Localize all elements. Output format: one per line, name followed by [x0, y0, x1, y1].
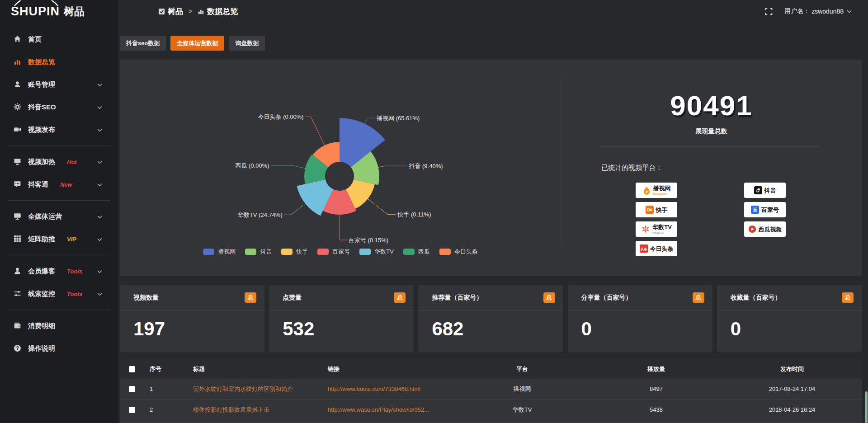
column-label: 平台 [516, 365, 528, 373]
svg-text:百: 百 [753, 207, 757, 212]
total-badge[interactable]: 总 [245, 292, 256, 303]
total-badge[interactable]: 总 [543, 292, 555, 303]
cell-platform: 华数TV [454, 400, 590, 420]
sidebar-item-label: 线索监控 [28, 290, 55, 298]
platforms-label: 已统计的视频平台： [601, 164, 662, 172]
sidebar-item-operation-guide[interactable]: ?操作说明 [0, 337, 118, 360]
sidebar-item-douyin-seo[interactable]: 抖音SEO [0, 96, 118, 118]
tab-2[interactable]: 询盘数据 [229, 36, 265, 51]
tab-0[interactable]: 抖音seo数据 [120, 36, 166, 51]
screen-play-icon [14, 158, 22, 166]
platform-subtext: wasu.cn [652, 231, 672, 234]
legend-label: 播视网 [218, 248, 236, 256]
sidebar-item-label: 抖音SEO [28, 103, 56, 112]
column-label: 播放量 [647, 365, 665, 373]
sidebar-item-data-overview[interactable]: 数据总览 [0, 51, 118, 73]
row-checkbox[interactable] [129, 407, 135, 413]
sidebar-item-matrix-boost[interactable]: 矩阵助推VIP [0, 228, 118, 250]
legend-item-3[interactable]: 百家号 [317, 248, 350, 256]
link-text[interactable]: http://www.boosj.com/7338468.html [328, 385, 420, 392]
platform-badge-text: 播视网boosj.com [653, 185, 671, 195]
platform-badges: 播视网boosj.com抖音快手百百家号华数TVwasu.cn西瓜视频头条今日头… [636, 183, 786, 256]
sidebar-item-consumption-detail[interactable]: 消费明细 [0, 315, 118, 337]
data-tabs: 抖音seo数据全媒体运营数据询盘数据 [120, 36, 265, 51]
select-all-checkbox[interactable] [129, 366, 135, 372]
total-impressions-value: 90491 [561, 89, 862, 122]
link-text[interactable]: http://www.wasu.cn/Play/show/id/952... [328, 406, 429, 413]
platform-badge-text: 西瓜视频 [759, 226, 782, 232]
logo-text: SHUPIN [11, 5, 60, 18]
total-badge[interactable]: 总 [842, 292, 854, 303]
chevron-down-icon [97, 103, 102, 111]
total-impressions-label: 展现量总数 [561, 127, 862, 136]
table-header-checkbox [120, 359, 144, 379]
stat-card-value: 682 [418, 311, 563, 340]
logo-arc-icon [12, 0, 61, 6]
tab-1[interactable]: 全媒体运营数据 [170, 36, 224, 51]
pie-label-6: 今日头条 (0.00%) [258, 113, 304, 120]
sidebar-item-omnimedia-operation[interactable]: 全媒体运营 [0, 205, 118, 228]
legend-label: 抖音 [260, 248, 272, 256]
xigua-logo-icon [748, 225, 756, 233]
table-row: 1室外水纹灯和室内水纹灯的区别和简介http://www.boosj.com/7… [120, 379, 862, 400]
sidebar-item-badge: Tools [67, 291, 82, 297]
stat-card-value: 532 [269, 311, 414, 340]
sidebar-item-video-publish[interactable]: 视频发布 [0, 118, 118, 141]
sidebar-item-member-baoke[interactable]: 会员爆客Tools [0, 260, 118, 282]
pie-label-line-6 [306, 117, 325, 146]
sidebar-divider [8, 200, 110, 201]
scrollbar-thumb[interactable] [865, 391, 868, 423]
table-row: 2楼体投影灯投影效果震撼上市http://www.wasu.cn/Play/sh… [120, 400, 862, 420]
legend-swatch [203, 249, 214, 255]
sidebar-item-label: 数据总览 [28, 58, 55, 66]
legend-swatch [403, 249, 415, 255]
table-header-title: 标题 [188, 359, 322, 379]
stat-card-header: 视频数量总 [120, 285, 264, 311]
gear-icon [14, 103, 22, 111]
cell-platform: 播视网 [454, 379, 590, 399]
legend-item-1[interactable]: 抖音 [245, 248, 272, 256]
sidebar-divider [8, 255, 110, 255]
sidebar-item-account-management[interactable]: 账号管理 [0, 73, 118, 96]
pie-label-1: 抖音 (9.40%) [408, 163, 443, 169]
platform-badge-boosj: 播视网boosj.com [636, 183, 677, 198]
sidebar-item-label: 视频加热 [28, 158, 55, 166]
sidebar-item-badge: VIP [67, 236, 76, 243]
stat-card-label: 点赞量 [283, 294, 302, 302]
title-text[interactable]: 室外水纹灯和室内水纹灯的区别和简介 [193, 385, 293, 393]
legend-swatch [359, 249, 371, 255]
platform-text: 华数TV [513, 406, 532, 414]
sidebar-item-label: 操作说明 [28, 344, 55, 353]
cell-title: 楼体投影灯投影效果震撼上市 [188, 400, 322, 420]
legend-item-4[interactable]: 华数TV [359, 248, 394, 256]
total-badge[interactable]: 总 [394, 292, 406, 303]
platform-badge-wasu: 华数TVwasu.cn [636, 221, 677, 237]
legend-item-5[interactable]: 西瓜 [403, 248, 430, 256]
main-content: 抖音seo数据全媒体运营数据询盘数据 播视网 (65.61%)抖音 (9.40%… [118, 0, 868, 423]
stat-card-label: 分享量（百家号） [581, 294, 632, 302]
sidebar-item-video-heating[interactable]: 视频加热Hot [0, 150, 118, 173]
legend-item-0[interactable]: 播视网 [203, 248, 236, 256]
title-text[interactable]: 楼体投影灯投影效果震撼上市 [193, 406, 269, 414]
stat-card-4: 收藏量（百家号）总0 [717, 285, 862, 352]
legend-swatch [317, 249, 329, 255]
sidebar-item-label: 矩阵助推 [28, 235, 55, 244]
pie-chart: 播视网 (65.61%)抖音 (9.40%)快手 (0.11%)百家号 (0.1… [120, 60, 561, 277]
sidebar-item-douketong[interactable]: 抖客通New [0, 173, 118, 196]
app-logo[interactable]: SHUPIN 树品 [0, 0, 118, 23]
sidebar-item-clue-monitor[interactable]: 线索监控Tools [0, 282, 118, 305]
sidebar-divider [8, 310, 110, 310]
row-checkbox[interactable] [129, 386, 135, 392]
pie-label-line-5 [271, 165, 305, 169]
sidebar-item-badge: New [60, 181, 72, 188]
sidebar-item-label: 视频发布 [28, 126, 55, 134]
stat-card-2: 推荐量（百家号）总682 [418, 285, 563, 352]
sidebar-item-badge: Tools [67, 268, 82, 275]
legend-item-6[interactable]: 今日头条 [439, 248, 478, 256]
legend-label: 百家号 [332, 248, 350, 256]
sidebar-item-home[interactable]: 首页 [0, 28, 118, 51]
legend-item-2[interactable]: 快手 [281, 248, 308, 256]
user-icon [14, 80, 22, 89]
total-badge[interactable]: 总 [693, 292, 704, 303]
stat-card-3: 分享量（百家号）总0 [568, 285, 712, 352]
